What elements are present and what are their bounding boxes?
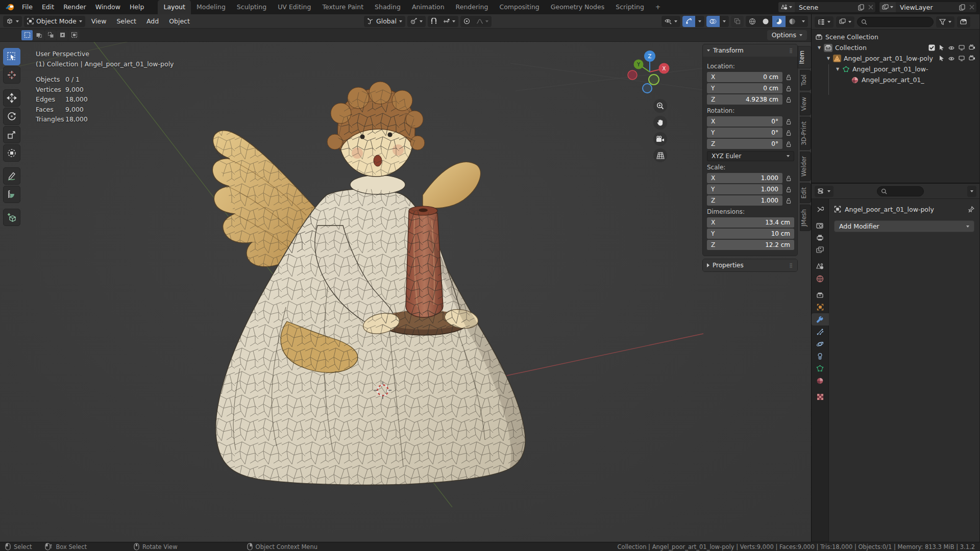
- add-workspace-button[interactable]: +: [650, 0, 666, 14]
- location-z-field[interactable]: Z4.9238 cm: [707, 94, 782, 105]
- menu-edit[interactable]: Edit: [37, 0, 59, 14]
- tab-world[interactable]: [812, 272, 829, 285]
- pin-icon[interactable]: [968, 206, 974, 213]
- angel-model[interactable]: [212, 82, 525, 485]
- tool-cursor[interactable]: [3, 66, 20, 84]
- tool-rotate[interactable]: [3, 108, 20, 125]
- location-y-field[interactable]: Y0 cm: [707, 83, 782, 93]
- scale-x-field[interactable]: X1.000: [707, 173, 782, 183]
- viewport-menu-view[interactable]: View: [87, 17, 111, 25]
- tool-measure[interactable]: [3, 186, 20, 203]
- select-intersect-mode-button[interactable]: [68, 30, 80, 40]
- pan-view-button[interactable]: [653, 116, 667, 130]
- properties-options-button[interactable]: [967, 186, 976, 197]
- transform-panel-header[interactable]: Transform ⣿: [703, 44, 797, 57]
- tab-texture[interactable]: [812, 391, 829, 403]
- outliner-display-mode-button[interactable]: [836, 16, 854, 28]
- hide-viewport-eye-icon[interactable]: [948, 45, 955, 51]
- object-name[interactable]: Angel_poor_art_01_low-poly: [845, 206, 934, 213]
- tool-transform[interactable]: [3, 144, 20, 162]
- n-tab-3d-print[interactable]: 3D-Print: [800, 117, 811, 150]
- shading-wireframe-button[interactable]: [746, 16, 759, 27]
- viewlayer-name[interactable]: ViewLayer: [896, 4, 957, 11]
- tab-modeling[interactable]: Modeling: [191, 0, 231, 14]
- show-overlays-toggle[interactable]: [706, 16, 720, 27]
- tab-scene[interactable]: [812, 260, 829, 272]
- new-collection-button[interactable]: [957, 16, 970, 28]
- n-tab-jmesh[interactable]: JMesh: [800, 205, 811, 231]
- panel-drag-handle[interactable]: ⣿: [789, 48, 793, 53]
- properties-search-input[interactable]: [877, 186, 923, 196]
- proportional-falloff-dropdown[interactable]: [473, 16, 492, 27]
- gizmo-neg-x[interactable]: [628, 70, 637, 80]
- select-subtract-mode-button[interactable]: [45, 30, 56, 40]
- scale-z-field[interactable]: Z1.000: [707, 195, 782, 206]
- lock-icon[interactable]: [785, 185, 792, 193]
- tab-rendering[interactable]: Rendering: [450, 0, 494, 14]
- disable-render-camera-icon[interactable]: [969, 55, 975, 62]
- tab-scripting[interactable]: Scripting: [610, 0, 650, 14]
- tab-shading[interactable]: Shading: [369, 0, 406, 14]
- outliner-row-collection[interactable]: ▼ Collection: [812, 42, 979, 53]
- orientation-dropdown[interactable]: Global: [364, 16, 405, 27]
- disclosure-triangle[interactable]: ▼: [826, 56, 831, 61]
- tab-output[interactable]: [812, 232, 829, 244]
- disable-viewport-icon[interactable]: [959, 55, 965, 62]
- select-invert-mode-button[interactable]: [57, 30, 68, 40]
- lock-icon[interactable]: [785, 129, 792, 137]
- scene-copy-button[interactable]: [856, 4, 866, 11]
- add-modifier-dropdown[interactable]: Add Modifier: [834, 220, 974, 232]
- gizmo-neg-y[interactable]: [649, 74, 659, 85]
- dimension-y-field[interactable]: Y10 cm: [707, 229, 794, 239]
- outliner-search-input[interactable]: [857, 17, 934, 27]
- lock-icon[interactable]: [785, 73, 792, 81]
- tab-particles[interactable]: [812, 325, 829, 338]
- lock-icon[interactable]: [785, 84, 792, 92]
- tool-annotate[interactable]: [3, 167, 20, 185]
- shading-material-button[interactable]: [772, 16, 786, 27]
- select-extend-mode-button[interactable]: [33, 30, 44, 40]
- outliner-filter-button[interactable]: [936, 16, 954, 28]
- tab-modifiers[interactable]: [812, 313, 829, 325]
- tab-compositing[interactable]: Compositing: [494, 0, 545, 14]
- snap-toggle[interactable]: [428, 16, 440, 27]
- orientation-gizmo[interactable]: Y X Z: [623, 46, 684, 102]
- shading-rendered-button[interactable]: [786, 16, 799, 27]
- tab-constraints[interactable]: [812, 350, 829, 362]
- pivot-dropdown[interactable]: [407, 16, 426, 27]
- lock-icon[interactable]: [785, 174, 792, 182]
- tab-object-data[interactable]: [812, 362, 829, 374]
- viewport-menu-select[interactable]: Select: [112, 17, 140, 25]
- zoom-view-button[interactable]: [653, 99, 667, 113]
- tool-add-cube[interactable]: [3, 209, 20, 226]
- tab-uv-editing[interactable]: UV Editing: [272, 0, 316, 14]
- camera-view-button[interactable]: [653, 132, 667, 146]
- scene-name[interactable]: Scene: [795, 4, 856, 11]
- viewlayer-remove-button[interactable]: [967, 5, 976, 10]
- scale-y-field[interactable]: Y1.000: [707, 184, 782, 194]
- menu-file[interactable]: File: [17, 0, 37, 14]
- mode-dropdown[interactable]: Object Mode: [24, 16, 85, 27]
- tab-layout[interactable]: Layout: [158, 0, 191, 14]
- blender-logo-icon[interactable]: [5, 3, 15, 11]
- scene-browse-button[interactable]: [778, 2, 795, 12]
- viewport-canvas[interactable]: User Perspective (1) Collection | Angel_…: [0, 42, 811, 542]
- select-set-mode-button[interactable]: [21, 30, 33, 40]
- disclosure-triangle[interactable]: ▼: [835, 67, 840, 71]
- toggle-orthographic-button[interactable]: [653, 148, 667, 162]
- n-tab-view[interactable]: View: [800, 92, 811, 115]
- menu-help[interactable]: Help: [125, 0, 149, 14]
- properties-editor-type-button[interactable]: [815, 186, 834, 197]
- tab-tool[interactable]: [812, 203, 829, 215]
- editor-type-button[interactable]: [3, 16, 22, 27]
- tab-material[interactable]: [812, 374, 829, 387]
- snap-target-dropdown[interactable]: [440, 16, 458, 27]
- outliner-row-mesh-data[interactable]: ▼ Angel_poor_art_01_low-: [812, 64, 979, 74]
- gizmos-dropdown[interactable]: [695, 16, 704, 27]
- tab-sculpting[interactable]: Sculpting: [231, 0, 272, 14]
- disable-viewport-icon[interactable]: [959, 44, 965, 51]
- lock-icon[interactable]: [785, 140, 792, 148]
- n-tab-welder[interactable]: Welder: [800, 152, 811, 181]
- shading-dropdown[interactable]: [799, 16, 808, 27]
- n-tab-item[interactable]: Item: [798, 46, 811, 68]
